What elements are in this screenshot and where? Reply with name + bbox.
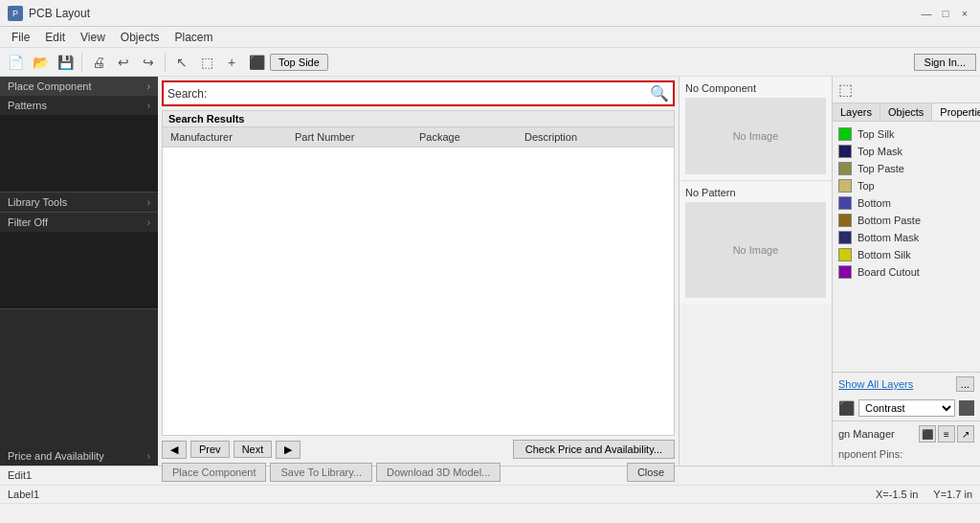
- title-bar: P PCB Layout — □ ×: [0, 0, 980, 27]
- toolbar-sep-1: [81, 53, 82, 72]
- dm-icon-2[interactable]: ≡: [938, 425, 955, 443]
- place-component-header: Place Component ›: [0, 77, 158, 96]
- tab-layers[interactable]: Layers: [833, 103, 880, 121]
- design-manager-header: gn Manager ⬛ ≡ ↗: [838, 425, 974, 443]
- no-pattern-label: No Pattern: [685, 187, 826, 198]
- check-price-button[interactable]: Check Price and Availability...: [513, 440, 675, 459]
- label1-label: Label1: [8, 489, 39, 500]
- sign-in-button[interactable]: Sign In...: [914, 54, 976, 71]
- app-title: PCB Layout: [29, 7, 90, 20]
- print-button[interactable]: 🖨: [87, 51, 110, 74]
- menu-placem[interactable]: Placem: [167, 29, 221, 46]
- library-tools-title[interactable]: Library Tools ›: [0, 193, 158, 212]
- app-icon: P: [8, 6, 23, 21]
- search-input[interactable]: [211, 85, 646, 102]
- toolbar-sep-2: [165, 53, 166, 72]
- layer-item[interactable]: Bottom: [833, 194, 980, 212]
- layer-color-swatch: [838, 179, 852, 193]
- right-panel: No Component No Image No Pattern No Imag…: [679, 77, 832, 466]
- layer-item[interactable]: Bottom Mask: [833, 229, 980, 246]
- show-all-layers-button[interactable]: Show All Layers: [838, 378, 913, 390]
- contrast-row: ⬛ Contrast Normal Dim: [833, 396, 980, 421]
- open-button[interactable]: 📂: [29, 51, 52, 74]
- search-button[interactable]: 🔍: [650, 84, 669, 102]
- prev-label-button[interactable]: Prev: [190, 441, 230, 458]
- filter-expand-icon: ›: [147, 217, 150, 228]
- price-availability-label: Price and Availability: [8, 450, 104, 462]
- new-button[interactable]: 📄: [4, 51, 27, 74]
- no-image-label: No Image: [733, 130, 779, 142]
- patterns-title[interactable]: Patterns ›: [0, 96, 158, 115]
- no-component-label: No Component: [685, 82, 826, 94]
- filter-title[interactable]: Filter Off ›: [0, 213, 158, 232]
- layer-item[interactable]: Top Mask: [833, 143, 980, 160]
- close-button[interactable]: ×: [957, 6, 972, 21]
- layer-color-swatch: [838, 127, 852, 141]
- layer-item[interactable]: Bottom Silk: [833, 246, 980, 263]
- prev-button[interactable]: ◀: [162, 441, 187, 459]
- minimize-button[interactable]: —: [919, 6, 934, 21]
- toolbar: 📄 📂 💾 🖨 ↩ ↪ ↖ ⬚ + ⬛ Top Side Sign In...: [0, 48, 980, 77]
- next-button[interactable]: ▶: [276, 441, 301, 459]
- layer-color-swatch: [838, 162, 852, 175]
- left-panel: Place Component › Patterns › Library Too…: [0, 77, 158, 466]
- layers-list: Top Silk Top Mask Top Paste Top Bottom B…: [833, 122, 980, 372]
- layer-name-label: Top Paste: [858, 163, 904, 174]
- layer-name-label: Bottom Paste: [858, 215, 921, 226]
- patterns-content: [0, 115, 158, 192]
- layer-item[interactable]: Top Silk: [833, 125, 980, 143]
- search-bar: Search: 🔍: [162, 80, 675, 106]
- contrast-apply-button[interactable]: [959, 400, 974, 416]
- select-button[interactable]: ⬚: [195, 51, 218, 74]
- add-button[interactable]: +: [220, 51, 243, 74]
- col-description: Description: [521, 129, 670, 145]
- dm-icon-3[interactable]: ↗: [957, 425, 974, 443]
- tab-properties[interactable]: Properties: [932, 103, 980, 121]
- col-part-number: Part Number: [291, 129, 415, 145]
- menu-objects[interactable]: Objects: [113, 29, 167, 46]
- next-label-button[interactable]: Next: [234, 441, 273, 458]
- component-button[interactable]: ⬛: [245, 51, 268, 74]
- library-tools-label: Library Tools: [8, 196, 67, 208]
- pagination: ◀ Prev Next ▶: [162, 441, 301, 459]
- layer-name-label: Bottom Silk: [858, 249, 911, 261]
- coord-x: X=-1.5 in: [876, 489, 918, 500]
- layer-name-label: Top Mask: [858, 146, 902, 157]
- design-manager: gn Manager ⬛ ≡ ↗ nponent Pins:: [833, 421, 980, 466]
- cursor-button[interactable]: ↖: [170, 51, 193, 74]
- layer-color-swatch: [838, 265, 852, 279]
- title-controls: — □ ×: [919, 6, 972, 21]
- status-row-2: Label1 X=-1.5 in Y=1.7 in: [0, 486, 980, 505]
- layers-panel: ⬚ Layers Objects Properties Top Silk Top…: [832, 77, 980, 466]
- layer-item[interactable]: Bottom Paste: [833, 212, 980, 229]
- layer-item[interactable]: Top Paste: [833, 160, 980, 177]
- redo-button[interactable]: ↪: [137, 51, 160, 74]
- price-availability-expand-icon: ›: [147, 451, 150, 462]
- layer-color-swatch: [838, 231, 852, 244]
- library-tools-expand-icon: ›: [147, 197, 150, 208]
- menu-edit[interactable]: Edit: [37, 29, 73, 46]
- status-row-1: Edit1: [0, 466, 980, 486]
- layers-more-button[interactable]: ...: [956, 376, 974, 392]
- patterns-label: Patterns: [8, 100, 47, 111]
- contrast-select[interactable]: Contrast Normal Dim: [858, 399, 955, 417]
- layer-item[interactable]: Board Cutout: [833, 263, 980, 281]
- top-side-button[interactable]: Top Side: [270, 54, 328, 71]
- dm-icon-1[interactable]: ⬛: [919, 425, 936, 443]
- undo-button[interactable]: ↩: [112, 51, 135, 74]
- col-manufacturer: Manufacturer: [167, 129, 291, 145]
- tab-objects[interactable]: Objects: [880, 103, 932, 121]
- status-coords: X=-1.5 in Y=1.7 in: [876, 489, 972, 500]
- price-availability-title[interactable]: Price and Availability ›: [0, 446, 158, 466]
- menu-file[interactable]: File: [4, 29, 37, 46]
- status-bar: Edit1 Label1 X=-1.5 in Y=1.7 in: [0, 466, 980, 504]
- layer-name-label: Bottom: [858, 197, 891, 209]
- layer-color-swatch: [838, 248, 852, 262]
- bottom-btn-row: ◀ Prev Next ▶ Check Price and Availabili…: [162, 436, 675, 463]
- save-button[interactable]: 💾: [54, 51, 77, 74]
- layer-item[interactable]: Top: [833, 177, 980, 194]
- maximize-button[interactable]: □: [938, 6, 953, 21]
- menu-view[interactable]: View: [73, 29, 113, 46]
- layer-icon: ⬛: [838, 400, 855, 416]
- filter-section: Filter Off ›: [0, 213, 158, 309]
